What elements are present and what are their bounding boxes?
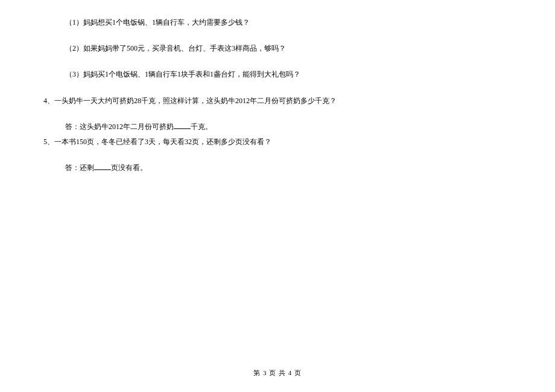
- q5: 5、一本书150页，冬冬已经看了3天，每天看32页，还剩多少页没有看？: [43, 136, 555, 148]
- q4-answer-prefix: 答：这头奶牛2012年二月份可挤奶: [65, 122, 174, 131]
- q3-sub2-text: （2）如果妈妈带了500元，买录音机、台灯、手表这3样商品，够吗？: [65, 44, 286, 52]
- q4-answer-suffix: 千克。: [191, 122, 212, 131]
- q5-text: 5、一本书150页，冬冬已经看了3天，每天看32页，还剩多少页没有看？: [43, 138, 271, 146]
- q3-sub3-text: （3）妈妈买1个电饭锅、1辆自行车1块手表和1盏台灯，能得到大礼包吗？: [65, 70, 300, 78]
- q5-answer-prefix: 答：还剩: [65, 163, 94, 172]
- q3-sub1-text: （1）妈妈想买1个电饭锅、1辆自行车，大约需要多少钱？: [65, 18, 250, 27]
- q3-sub1: （1）妈妈想买1个电饭锅、1辆自行车，大约需要多少钱？: [65, 17, 555, 28]
- q4-text: 4、一头奶牛一天大约可挤奶28千克，照这样计算，这头奶牛2012年二月份可挤奶多…: [43, 96, 337, 105]
- q5-blank[interactable]: [94, 169, 111, 170]
- q3-sub3: （3）妈妈买1个电饭锅、1辆自行车1块手表和1盏台灯，能得到大礼包吗？: [65, 69, 555, 80]
- page-number: 第 3 页 共 4 页: [253, 369, 302, 376]
- q4-blank[interactable]: [174, 128, 191, 129]
- q3-sub2: （2）如果妈妈带了500元，买录音机、台灯、手表这3样商品，够吗？: [65, 43, 555, 54]
- q5-answer-suffix: 页没有看。: [111, 163, 147, 172]
- q4-answer: 答：这头奶牛2012年二月份可挤奶千克。: [65, 121, 555, 133]
- q4: 4、一头奶牛一天大约可挤奶28千克，照这样计算，这头奶牛2012年二月份可挤奶多…: [43, 95, 555, 107]
- page-footer: 第 3 页 共 4 页: [0, 368, 555, 379]
- q5-answer: 答：还剩页没有看。: [65, 162, 555, 174]
